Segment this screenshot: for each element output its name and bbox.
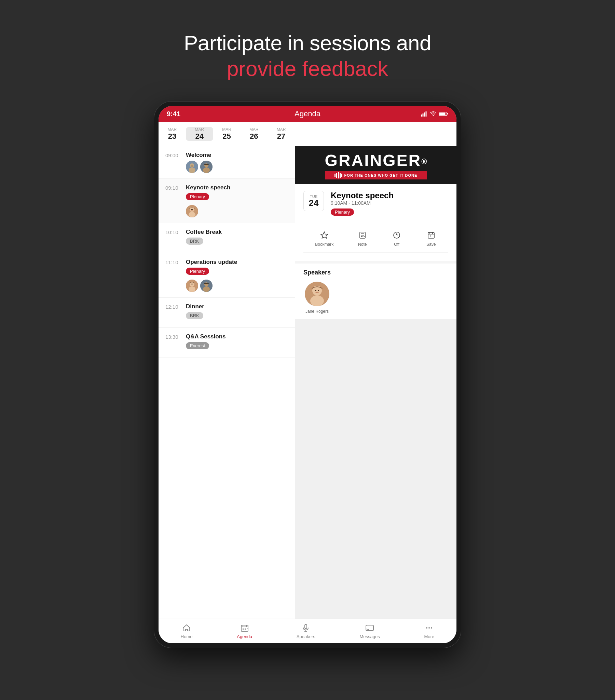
status-title: Agenda xyxy=(294,109,321,118)
date-day-25: 25 xyxy=(223,132,231,141)
wifi-icon xyxy=(430,111,437,116)
grainger-name: GRAINGER® xyxy=(325,151,427,170)
agenda-item-keynote[interactable]: 09:10 Keynote speech Plenary xyxy=(159,179,295,223)
avatar-jr xyxy=(186,205,198,217)
svg-point-62 xyxy=(431,627,432,628)
svg-point-4 xyxy=(433,115,434,116)
svg-point-15 xyxy=(203,167,210,173)
date-tab-27[interactable]: MAR 27 xyxy=(267,127,295,141)
svg-marker-29 xyxy=(321,232,328,238)
agenda-time-dinner: 12:10 xyxy=(165,303,182,310)
signal-icon xyxy=(421,111,428,116)
messages-icon xyxy=(365,623,375,633)
avatar-jd-svg xyxy=(186,161,198,173)
action-save[interactable]: Save xyxy=(426,230,437,247)
nav-agenda[interactable]: Agenda xyxy=(237,623,252,639)
agenda-title-qa: Q&A Sessions xyxy=(186,333,288,340)
svg-rect-7 xyxy=(439,113,445,115)
date-tab-24[interactable]: MAR 24 xyxy=(186,127,213,141)
badge-operations-plenary: Plenary xyxy=(186,267,209,275)
agenda-details-operations: Operations update Plenary xyxy=(186,259,288,292)
agenda-time-operations: 11:10 xyxy=(165,259,182,265)
avatar-jr-svg xyxy=(186,205,198,217)
agenda-svg xyxy=(240,623,249,632)
svg-point-24 xyxy=(191,284,192,284)
svg-point-46 xyxy=(318,290,319,291)
bar2 xyxy=(336,173,337,178)
svg-point-18 xyxy=(189,212,196,217)
action-bookmark[interactable]: Bookmark xyxy=(315,230,334,247)
speaker-name-jane: Jane Rogers xyxy=(305,309,329,314)
keynote-speakers xyxy=(186,205,288,217)
date-month-27: MAR xyxy=(277,127,286,132)
bar5 xyxy=(341,174,342,177)
tablet-device: 9:41 Agenda xyxy=(154,101,461,648)
date-tab-26[interactable]: MAR 26 xyxy=(240,127,267,141)
agenda-time-coffee: 10:10 xyxy=(165,229,182,235)
page-header: Participate in sessions and provide feed… xyxy=(184,31,431,81)
operations-speakers xyxy=(186,279,288,292)
welcome-speakers xyxy=(186,161,288,173)
speaker-jane-rogers[interactable]: Jane Rogers xyxy=(303,282,331,314)
save-svg xyxy=(427,231,435,239)
agenda-item-qa[interactable]: 13:30 Q&A Sessions Everest xyxy=(159,328,295,358)
svg-rect-3 xyxy=(426,111,427,116)
nav-home[interactable]: Home xyxy=(181,623,193,639)
badge-qa-everest: Everest xyxy=(186,342,209,349)
off-label: Off xyxy=(394,242,399,247)
nav-messages[interactable]: Messages xyxy=(360,623,380,639)
svg-point-23 xyxy=(189,286,196,292)
agenda-item-coffee[interactable]: 10:10 Coffee Break BRK xyxy=(159,223,295,253)
agenda-item-welcome[interactable]: 09:00 Welcome xyxy=(159,146,295,179)
svg-point-10 xyxy=(189,167,196,173)
agenda-title-dinner: Dinner xyxy=(186,303,288,310)
date-day-26: 26 xyxy=(250,132,258,141)
action-off[interactable]: Off xyxy=(391,230,402,247)
nav-home-label: Home xyxy=(181,634,193,639)
avatar-jr2-svg xyxy=(186,279,198,292)
date-tabs: MAR 23 MAR 24 MAR 25 MAR 26 MAR 27 xyxy=(159,122,456,146)
date-tab-23[interactable]: MAR 23 xyxy=(159,127,186,141)
svg-point-19 xyxy=(191,209,192,210)
session-title: Keynote speech xyxy=(331,191,393,200)
svg-rect-1 xyxy=(423,113,424,116)
action-note[interactable]: Note xyxy=(357,230,368,247)
agenda-time-welcome: 09:00 xyxy=(165,152,182,158)
avatar-jd xyxy=(186,161,198,173)
date-tabs-left: MAR 23 MAR 24 MAR 25 MAR 26 MAR 27 xyxy=(159,127,295,141)
nav-more[interactable]: More xyxy=(424,623,434,639)
date-tab-25[interactable]: MAR 25 xyxy=(213,127,240,141)
svg-point-9 xyxy=(190,163,194,167)
session-info: Keynote speech 9:10AM - 11:00AM Plenary xyxy=(331,191,393,218)
tagline-text: FOR THE ONES WHO GET IT DONE xyxy=(344,173,417,177)
agenda-item-dinner[interactable]: 12:10 Dinner BRK xyxy=(159,298,295,328)
detail-panel: GRAINGER® FOR THE ONES WHO GET IT DONE xyxy=(295,146,456,618)
svg-point-61 xyxy=(428,627,430,628)
svg-rect-59 xyxy=(366,625,374,630)
status-bar: 9:41 Agenda xyxy=(159,106,456,122)
agenda-list: 09:00 Welcome xyxy=(159,146,295,618)
bar1 xyxy=(335,174,336,177)
svg-point-28 xyxy=(203,286,210,292)
action-bar: Bookmark xyxy=(303,224,448,253)
agenda-details-qa: Q&A Sessions Everest xyxy=(186,333,288,352)
speakers-section: Speakers xyxy=(295,263,456,319)
nav-speakers[interactable]: Speakers xyxy=(297,623,315,639)
session-time: 9:10AM - 11:00AM xyxy=(331,200,393,206)
date-month-24: MAR xyxy=(195,127,204,132)
header-line2: provide feedback xyxy=(184,57,431,81)
session-badge-plenary: Plenary xyxy=(331,209,354,216)
home-svg xyxy=(182,623,191,632)
agenda-details-welcome: Welcome xyxy=(186,152,288,173)
svg-rect-6 xyxy=(447,113,448,114)
tablet-screen: 9:41 Agenda xyxy=(159,106,456,643)
agenda-title-coffee: Coffee Break xyxy=(186,229,288,236)
speakers-list: Jane Rogers xyxy=(303,282,448,314)
note-label: Note xyxy=(358,242,367,247)
speaker-jane-svg xyxy=(305,282,329,306)
agenda-title-keynote: Keynote speech xyxy=(186,184,288,191)
svg-rect-36 xyxy=(428,233,434,238)
agenda-item-operations[interactable]: 11:10 Operations update Plenary xyxy=(159,253,295,298)
avatar-am-svg xyxy=(200,161,213,173)
svg-point-12 xyxy=(192,165,193,165)
